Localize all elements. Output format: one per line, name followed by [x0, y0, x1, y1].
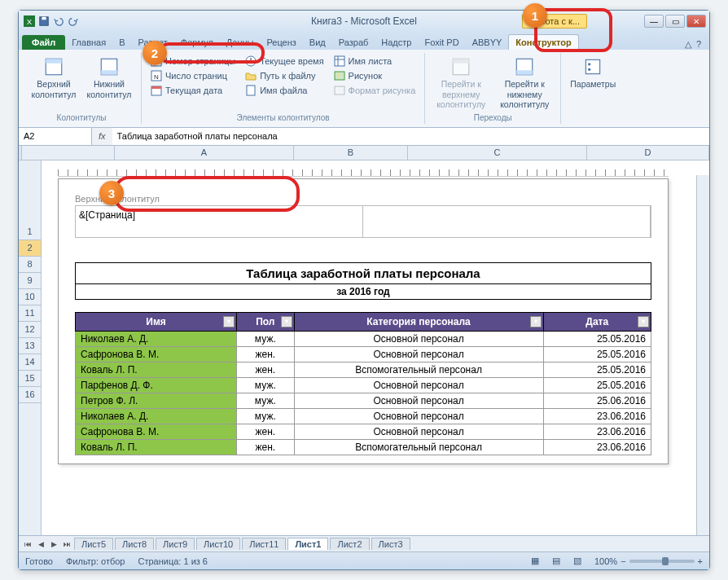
sheet-tab[interactable]: Лист2	[330, 538, 369, 550]
row-header-11[interactable]: 11	[19, 305, 41, 322]
tab-nav-next[interactable]: ▶	[48, 538, 59, 550]
minimize-ribbon-icon[interactable]: △	[685, 39, 691, 50]
row-header-2[interactable]: 2	[19, 240, 41, 257]
row-header-12[interactable]: 12	[19, 322, 41, 338]
sheet-tabs: ⏮ ◀ ▶ ⏭ Лист5Лист8Лист9Лист10Лист11Лист1…	[19, 535, 709, 551]
status-ready: Готово	[25, 556, 53, 566]
row-header-16[interactable]: 16	[19, 387, 41, 403]
page-count-icon: N	[151, 70, 162, 81]
tab-view[interactable]: Вид	[303, 35, 332, 50]
grid-body[interactable]: Верхний колонтитул &[Страница] Таблица з…	[42, 160, 709, 535]
tab-nav-first[interactable]: ⏮	[22, 538, 33, 550]
tab-nav-prev[interactable]: ◀	[35, 538, 46, 550]
page-preview: Верхний колонтитул &[Страница] Таблица з…	[58, 178, 669, 464]
name-box[interactable]: A2	[19, 128, 92, 145]
undo-icon[interactable]	[53, 15, 64, 27]
view-normal-icon[interactable]: ▦	[531, 556, 539, 566]
footer-button[interactable]: Нижний колонтитул	[84, 55, 134, 112]
tab-home[interactable]: Главная	[65, 35, 112, 50]
sheet-name-button[interactable]: Имя листа	[331, 55, 419, 68]
help-icon[interactable]: ?	[696, 39, 701, 50]
sheet-tab[interactable]: Лист5	[74, 538, 113, 550]
header-center-cell[interactable]	[363, 206, 651, 237]
redo-icon[interactable]	[68, 15, 79, 27]
tab-data[interactable]: Данны	[220, 35, 261, 50]
close-button[interactable]: ✕	[686, 15, 706, 28]
header-button[interactable]: Верхний колонтитул	[29, 55, 79, 112]
table-header[interactable]: Пол▾	[237, 312, 295, 331]
tab-insert[interactable]: В	[112, 35, 131, 50]
goto-footer-button[interactable]: Перейти к нижнему колонтитулу	[495, 55, 554, 112]
filter-dropdown-icon[interactable]: ▾	[281, 316, 292, 327]
tab-formulas[interactable]: Формул	[174, 35, 220, 50]
tab-dev[interactable]: Разраб	[332, 35, 375, 50]
header-section-label: Верхний колонтитул	[75, 194, 651, 204]
tab-nav-last[interactable]: ⏭	[61, 538, 72, 550]
zoom-in-button[interactable]: +	[698, 556, 703, 566]
tab-review[interactable]: Реценз	[260, 35, 302, 50]
file-path-button[interactable]: Путь к файлу	[243, 69, 326, 82]
table-title: Таблица заработной платы персонала	[76, 262, 651, 283]
row-header-8[interactable]: 8	[19, 257, 41, 273]
row-header-1[interactable]: 1	[19, 224, 41, 240]
excel-icon: X	[24, 15, 35, 27]
maximize-button[interactable]: ▭	[665, 15, 685, 28]
ribbon-tabs: Файл Главная В Размет Формул Данны Рецен…	[19, 32, 709, 50]
view-pagebreak-icon[interactable]: ▧	[573, 556, 581, 566]
svg-point-20	[336, 74, 339, 77]
save-icon[interactable]	[38, 15, 50, 27]
sheet-tab[interactable]: Лист11	[242, 538, 286, 550]
options-icon	[582, 56, 603, 77]
formula-input[interactable]: Таблица заработной платы персонала	[112, 128, 709, 145]
filter-dropdown-icon[interactable]: ▾	[638, 316, 649, 327]
goto-header-button[interactable]: Перейти к верхнему колонтитулу	[432, 55, 490, 112]
vertical-scrollbar[interactable]	[696, 175, 709, 535]
tab-abbyy[interactable]: ABBYY	[466, 35, 509, 50]
current-time-button[interactable]: Текущее время	[243, 55, 326, 68]
row-header-10[interactable]: 10	[19, 289, 41, 305]
table-row: Парфенов Д. Ф.муж.Основной персонал25.05…	[76, 377, 651, 393]
table-header[interactable]: Категория персонала▾	[294, 312, 543, 331]
options-button[interactable]: Параметры	[568, 55, 618, 122]
file-icon	[245, 85, 257, 96]
format-picture-button[interactable]: Формат рисунка	[331, 84, 419, 97]
picture-button[interactable]: Рисунок	[331, 69, 419, 82]
fx-label[interactable]: fx	[92, 131, 112, 141]
options-label: Параметры	[570, 79, 616, 90]
group-elements-label: Элементы колонтитулов	[148, 113, 418, 122]
filter-dropdown-icon[interactable]: ▾	[223, 316, 235, 327]
current-date-button[interactable]: Текущая дата	[148, 84, 238, 97]
table-header[interactable]: Дата▾	[543, 312, 651, 331]
header-left-cell[interactable]: &[Страница]	[76, 206, 363, 237]
svg-rect-25	[517, 70, 533, 74]
minimize-button[interactable]: —	[644, 15, 664, 28]
row-header-14[interactable]: 14	[19, 354, 41, 371]
row-header-9[interactable]: 9	[19, 273, 41, 289]
tab-design[interactable]: Конструктор	[508, 34, 578, 50]
col-header-A[interactable]: A	[115, 146, 294, 160]
row-header-13[interactable]: 13	[19, 338, 41, 354]
tab-addins[interactable]: Надстр	[375, 35, 418, 50]
sheet-tab[interactable]: Лист3	[371, 538, 410, 550]
view-layout-icon[interactable]: ▤	[552, 556, 560, 566]
zoom-slider[interactable]	[629, 560, 695, 563]
sheet-tab[interactable]: Лист8	[115, 538, 154, 550]
row-header-15[interactable]: 15	[19, 371, 41, 387]
table-header[interactable]: Имя▾	[76, 312, 237, 331]
col-header-B[interactable]: B	[294, 146, 408, 160]
page-count-button[interactable]: NЧисло страниц	[148, 69, 238, 82]
col-header-C[interactable]: C	[408, 146, 587, 160]
tab-foxit[interactable]: Foxit PD	[418, 35, 465, 50]
table-row: Николаев А. Д.муж.Основной персонал25.05…	[76, 331, 651, 346]
zoom-out-button[interactable]: −	[621, 556, 625, 566]
header-editor[interactable]: &[Страница]	[75, 205, 651, 238]
sheet-tab[interactable]: Лист9	[156, 538, 195, 550]
col-header-D[interactable]: D	[587, 146, 709, 160]
sheet-tab[interactable]: Лист10	[196, 538, 240, 550]
tab-file[interactable]: Файл	[22, 35, 65, 50]
file-name-button[interactable]: Имя файла	[243, 84, 326, 97]
filter-dropdown-icon[interactable]: ▾	[530, 316, 542, 327]
goto-footer-label: Перейти к нижнему колонтитулу	[497, 79, 552, 110]
date-icon	[151, 85, 162, 96]
sheet-tab[interactable]: Лист1	[287, 538, 328, 550]
